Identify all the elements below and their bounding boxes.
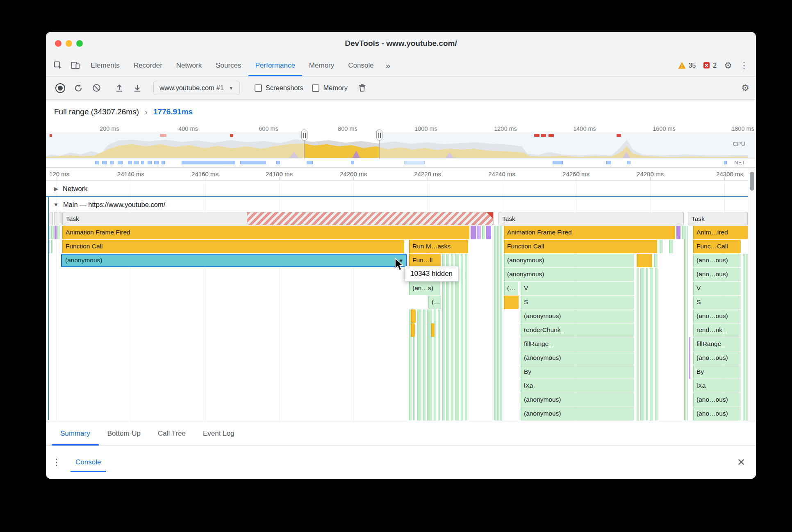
- flame-bar-renderchunk[interactable]: renderChunk_: [521, 323, 634, 337]
- drawer-close-icon[interactable]: ✕: [737, 457, 745, 468]
- flame-bar-v[interactable]: V: [521, 282, 634, 295]
- breadcrumb-selected-range[interactable]: 1776.91ms: [153, 107, 193, 116]
- flame-strip[interactable]: [684, 226, 686, 421]
- flame-bar-s[interactable]: S: [521, 296, 634, 309]
- flame-strip[interactable]: [646, 268, 648, 421]
- flame-bar-anonymous[interactable]: (anonymous)▾: [61, 254, 407, 267]
- flame-bar[interactable]: [51, 240, 53, 253]
- flame-bar-anonymous[interactable]: (anonymous): [521, 309, 634, 323]
- errors-badge[interactable]: 2: [703, 62, 717, 69]
- settings-gear-icon[interactable]: ⚙: [724, 60, 732, 71]
- panel-tab-event-log[interactable]: Event Log: [194, 421, 243, 446]
- flame-strip[interactable]: [465, 254, 467, 421]
- tab-recorder[interactable]: Recorder: [127, 55, 169, 76]
- capture-settings-gear-icon[interactable]: ⚙: [741, 83, 749, 93]
- flame-bar-by[interactable]: By: [521, 365, 634, 379]
- record-button[interactable]: [52, 80, 68, 96]
- screenshots-checkbox[interactable]: [255, 84, 262, 92]
- flame-bar-fillrange[interactable]: fillRange_: [693, 337, 741, 351]
- flame-bar-ano-ous[interactable]: (ano…ous): [693, 309, 741, 323]
- flame-bar-rend-nk[interactable]: rend…nk_: [693, 323, 741, 337]
- flame-bar-item[interactable]: (…: [428, 296, 441, 309]
- main-track-header[interactable]: ▼ Main — https://www.youtube.com/: [46, 197, 756, 212]
- flame-strip[interactable]: [417, 309, 421, 421]
- flame-bar-task[interactable]: Task: [688, 212, 748, 225]
- flame-bar-s[interactable]: S: [693, 296, 741, 309]
- selection-handle-left[interactable]: [301, 130, 307, 141]
- flame-bar-ano-ous[interactable]: (ano…ous): [693, 351, 741, 365]
- flame-bar[interactable]: [471, 226, 476, 239]
- flame-strip[interactable]: [743, 254, 745, 421]
- flame-bar-ano-ous[interactable]: (ano…ous): [693, 254, 741, 267]
- tab-memory[interactable]: Memory: [302, 55, 341, 76]
- drawer-kebab-menu-icon[interactable]: ⋮: [46, 457, 67, 468]
- tab-network[interactable]: Network: [169, 55, 209, 76]
- flame-strip[interactable]: [650, 268, 653, 421]
- flame-strip[interactable]: [438, 309, 440, 421]
- flame-bar[interactable]: [59, 212, 61, 225]
- flame-bar[interactable]: [50, 212, 53, 225]
- selection-handle-right[interactable]: [376, 130, 382, 141]
- load-profile-button[interactable]: [112, 80, 127, 96]
- flame-strip[interactable]: [640, 268, 644, 421]
- flame-strip[interactable]: [689, 337, 690, 379]
- flame-bar-task[interactable]: Task: [498, 212, 684, 225]
- disclosure-triangle-collapsed-icon[interactable]: ▶: [54, 186, 58, 192]
- flame-bar-animation-frame-fired[interactable]: Animation Frame Fired: [62, 226, 469, 239]
- flame-bar[interactable]: [57, 226, 60, 239]
- flame-bar-ano-ous[interactable]: (ano…ous): [693, 393, 741, 407]
- clear-recording-button[interactable]: [89, 80, 104, 96]
- flame-bar[interactable]: [411, 323, 415, 337]
- flame-strip[interactable]: [637, 268, 639, 421]
- flame-bar-an-s[interactable]: (an…s): [409, 282, 440, 295]
- flame-bar-v[interactable]: V: [693, 282, 741, 295]
- flame-bar[interactable]: [660, 240, 663, 253]
- flame-strip[interactable]: [494, 226, 496, 421]
- flame-bar[interactable]: [682, 226, 685, 239]
- flame-bar[interactable]: [504, 296, 519, 309]
- flame-bar-run-m-asks[interactable]: Run M…asks: [409, 240, 468, 253]
- scrollbar-thumb[interactable]: [750, 172, 754, 191]
- flame-bar-func-call[interactable]: Func…Call: [693, 240, 741, 253]
- more-tabs-button[interactable]: »: [381, 55, 396, 76]
- tab-elements[interactable]: Elements: [84, 55, 127, 76]
- reload-and-record-button[interactable]: [71, 80, 86, 96]
- flame-bar-fun-ll[interactable]: Fun…ll: [409, 254, 441, 267]
- minimize-window-button[interactable]: [66, 40, 72, 47]
- flame-bar-ano-ous[interactable]: (ano…ous): [693, 407, 741, 421]
- maximize-window-button[interactable]: [76, 40, 83, 47]
- flame-chart[interactable]: 10343 hidden TaskTaskTaskAnimation Frame…: [46, 212, 748, 421]
- flame-strip[interactable]: [655, 268, 658, 421]
- flame-strip[interactable]: [687, 226, 688, 421]
- flame-bar-lxa[interactable]: lXa: [693, 379, 741, 393]
- flame-bar[interactable]: [676, 226, 680, 239]
- breadcrumb-full-range[interactable]: Full range (34307.26ms): [54, 107, 139, 116]
- timeline-overview[interactable]: 200 ms400 ms600 ms800 ms1000 ms1200 ms14…: [46, 124, 756, 168]
- flame-bar-anonymous[interactable]: (anonymous): [521, 351, 634, 365]
- flame-bar-fillrange[interactable]: fillRange_: [521, 337, 634, 351]
- flame-bar-anonymous[interactable]: (anonymous): [504, 254, 634, 267]
- profile-history-select[interactable]: www.youtube.com #1 ▼: [153, 81, 240, 95]
- flame-bar-anonymous[interactable]: (anonymous): [521, 393, 634, 407]
- flame-strip[interactable]: [497, 226, 499, 421]
- tab-sources[interactable]: Sources: [209, 55, 248, 76]
- flame-bar[interactable]: [48, 226, 50, 239]
- flame-bar-lxa[interactable]: lXa: [521, 379, 634, 393]
- panel-tab-summary[interactable]: Summary: [52, 421, 99, 446]
- flame-bar-anonymous[interactable]: (anonymous): [504, 268, 634, 281]
- device-toolbar-button[interactable]: [66, 55, 84, 76]
- flame-bar[interactable]: [55, 226, 57, 239]
- tab-performance[interactable]: Performance: [248, 55, 302, 76]
- flame-bar-anonymous[interactable]: (anonymous): [521, 407, 634, 421]
- flame-strip[interactable]: [423, 309, 426, 421]
- flame-bar[interactable]: [482, 226, 485, 239]
- flame-bar-task[interactable]: Task: [62, 212, 494, 225]
- flame-bar[interactable]: [48, 240, 50, 253]
- flame-strip[interactable]: [461, 254, 463, 421]
- memory-checkbox[interactable]: [312, 84, 319, 92]
- flame-bar-ano-ous[interactable]: (ano…ous): [693, 268, 741, 281]
- save-profile-button[interactable]: [130, 80, 145, 96]
- flame-strip[interactable]: [500, 226, 502, 421]
- flame-bar[interactable]: [54, 212, 57, 225]
- flame-bar-animation-frame-fired[interactable]: Animation Frame Fired: [504, 226, 675, 239]
